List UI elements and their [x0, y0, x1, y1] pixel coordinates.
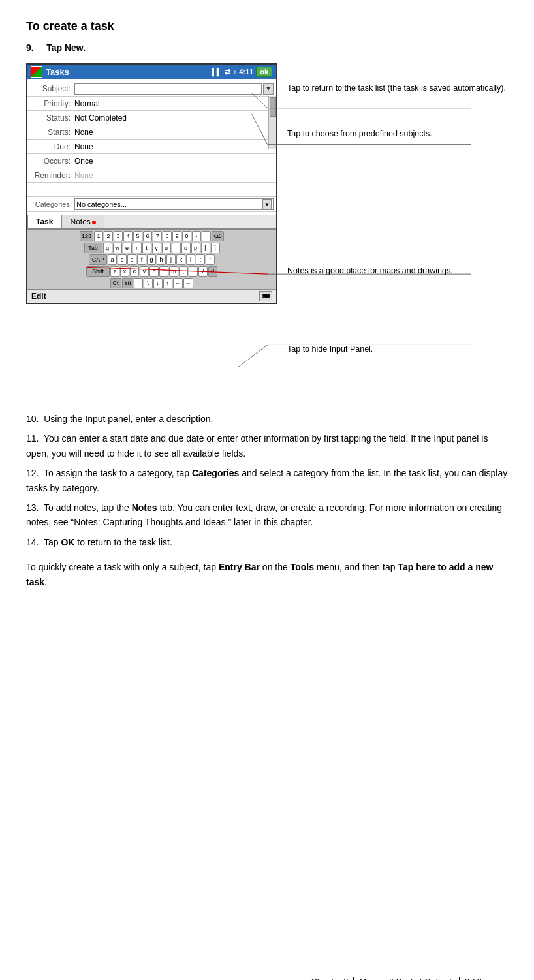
status-label: Status: — [30, 114, 74, 123]
status-row: Status: Not Completed — [27, 111, 276, 125]
scrollbar[interactable] — [268, 96, 276, 149]
key-backspace[interactable]: ⌫ — [212, 231, 224, 241]
ok-button[interactable]: ok — [256, 67, 272, 77]
categories-dropdown[interactable]: No categories... ▼ — [74, 198, 274, 210]
key-f[interactable]: f — [137, 254, 146, 265]
key-d[interactable]: d — [127, 254, 136, 265]
subject-input[interactable] — [74, 83, 262, 95]
subject-row: Subject: ▼ — [27, 82, 276, 97]
categories-value: No categories... — [76, 200, 127, 208]
step-10-number: 10. — [26, 414, 39, 424]
tab-bar: Task Notes — [27, 215, 276, 230]
tab-notes[interactable]: Notes — [61, 215, 104, 228]
title-bar-icons: ▌▌ ⇄ ♪ 4:11 ok — [212, 67, 272, 77]
categories-arrow-icon[interactable]: ▼ — [262, 199, 272, 209]
key-ctl[interactable]: Ctl — [110, 278, 121, 288]
tab-task[interactable]: Task — [27, 215, 61, 228]
categories-row: Categories: No categories... ▼ — [27, 197, 276, 212]
key-c[interactable]: c — [130, 266, 139, 277]
footer-divider — [353, 977, 354, 981]
step-13-number: 13. — [26, 502, 39, 513]
status-value: Not Completed — [74, 114, 274, 123]
scroll-thumb[interactable] — [270, 97, 276, 117]
key-j[interactable]: j — [166, 254, 176, 265]
keyboard-row-4: Shift z x c v b n m , . / ↵ — [27, 266, 276, 277]
key-m[interactable]: m — [169, 266, 178, 277]
key-backslash[interactable]: \ — [144, 278, 153, 288]
footer-divider-2 — [459, 977, 460, 981]
key-a[interactable]: a — [108, 254, 117, 265]
key-right[interactable]: → — [183, 278, 193, 288]
starts-label: Starts: — [30, 128, 74, 137]
categories-label: Categories: — [30, 200, 74, 208]
key-b[interactable]: b — [149, 266, 159, 277]
time-display: 4:11 — [239, 68, 253, 76]
subject-label: Subject: — [30, 84, 74, 93]
key-shift[interactable]: Shift — [86, 266, 110, 277]
key-123[interactable]: 123 — [80, 231, 93, 241]
key-cap[interactable]: CAP — [89, 254, 107, 265]
key-left[interactable]: ← — [173, 278, 183, 288]
key-i[interactable]: i — [172, 243, 181, 253]
key-s[interactable]: s — [118, 254, 127, 265]
occurs-row: Occurs: Once — [27, 154, 276, 168]
step-number: 9. — [26, 42, 34, 53]
key-8[interactable]: 8 — [163, 231, 172, 241]
key-v[interactable]: v — [140, 266, 149, 277]
key-4[interactable]: 4 — [123, 231, 133, 241]
key-r[interactable]: r — [133, 243, 142, 253]
sync-icon: ⇄ — [225, 68, 230, 76]
key-down[interactable]: ↓ — [153, 278, 163, 288]
edit-icon[interactable]: ⌨ — [259, 291, 272, 301]
key-lbracket[interactable]: [ — [201, 243, 210, 253]
key-minus[interactable]: - — [192, 231, 201, 241]
key-rbracket[interactable]: ] — [211, 243, 220, 253]
key-2[interactable]: 2 — [104, 231, 113, 241]
key-7[interactable]: 7 — [153, 231, 162, 241]
key-u[interactable]: u — [162, 243, 171, 253]
signal-icon: ▌▌ — [212, 68, 222, 76]
key-tab[interactable]: Tab — [84, 243, 102, 253]
annotation-1: Tap to return to the task list (the task… — [287, 83, 509, 95]
key-y[interactable]: y — [152, 243, 161, 253]
key-o[interactable]: o — [181, 243, 191, 253]
due-value: None — [74, 142, 274, 151]
subject-dropdown-arrow[interactable]: ▼ — [263, 83, 274, 95]
key-g[interactable]: g — [147, 254, 156, 265]
key-up[interactable]: ↑ — [163, 278, 172, 288]
key-semicolon[interactable]: ; — [196, 254, 205, 265]
key-x[interactable]: x — [120, 266, 129, 277]
key-6[interactable]: 6 — [143, 231, 152, 241]
tools-bold: Tools — [291, 562, 314, 572]
reminder-value: None — [74, 171, 274, 180]
key-quote[interactable]: ' — [206, 254, 215, 265]
key-backtick[interactable]: ` — [134, 278, 143, 288]
due-label: Due: — [30, 142, 74, 151]
priority-value: Normal — [74, 99, 274, 108]
key-9[interactable]: 9 — [172, 231, 181, 241]
footer: Chapter 8 Microsoft Pocket Outlook 8-13 — [311, 977, 482, 980]
annotation-4-text: Tap to hide Input Panel. — [287, 345, 373, 354]
key-5[interactable]: 5 — [133, 231, 142, 241]
key-slash[interactable]: / — [198, 266, 208, 277]
key-aue[interactable]: áü — [122, 278, 133, 288]
key-1[interactable]: 1 — [94, 231, 103, 241]
edit-bar: Edit ⌨ — [27, 289, 276, 303]
key-t[interactable]: t — [142, 243, 151, 253]
key-0[interactable]: 0 — [182, 231, 191, 241]
key-period[interactable]: . — [189, 266, 198, 277]
key-z[interactable]: z — [110, 266, 119, 277]
key-p[interactable]: p — [191, 243, 200, 253]
key-equals[interactable]: = — [202, 231, 211, 241]
key-h[interactable]: h — [157, 254, 166, 265]
key-q[interactable]: q — [103, 243, 112, 253]
key-n[interactable]: n — [159, 266, 168, 277]
key-w[interactable]: w — [113, 243, 122, 253]
key-k[interactable]: k — [176, 254, 185, 265]
step-12-bold: Categories — [192, 468, 239, 478]
key-comma[interactable]: , — [179, 266, 188, 277]
key-e[interactable]: e — [123, 243, 132, 253]
key-enter[interactable]: ↵ — [208, 266, 217, 277]
key-3[interactable]: 3 — [114, 231, 123, 241]
key-l[interactable]: l — [186, 254, 195, 265]
